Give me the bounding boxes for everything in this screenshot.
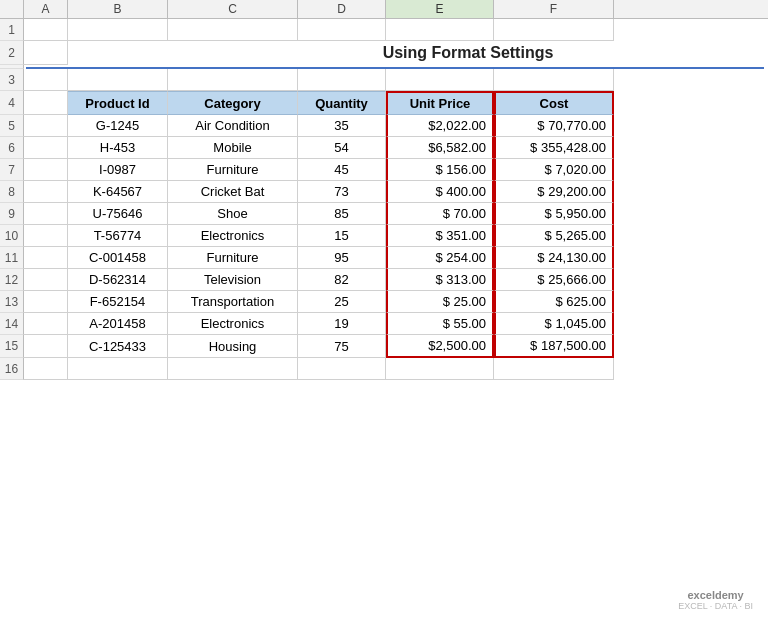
cell-A10[interactable] [24, 225, 68, 247]
cell-product-id-11[interactable]: C-001458 [68, 247, 168, 269]
cell-A6[interactable] [24, 137, 68, 159]
cell-quantity-12[interactable]: 82 [298, 269, 386, 291]
cell-A8[interactable] [24, 181, 68, 203]
cell-C2[interactable] [168, 41, 298, 65]
cell-product-id-10[interactable]: T-56774 [68, 225, 168, 247]
col-header-C[interactable]: C [168, 0, 298, 18]
cell-C3[interactable] [168, 69, 298, 91]
cell-unit-price-9[interactable]: $ 70.00 [386, 203, 494, 225]
cell-quantity-5[interactable]: 35 [298, 115, 386, 137]
cell-category-13[interactable]: Transportation [168, 291, 298, 313]
cell-category-7[interactable]: Furniture [168, 159, 298, 181]
cell-A15[interactable] [24, 335, 68, 358]
cell-quantity-15[interactable]: 75 [298, 335, 386, 358]
cell-E16[interactable] [386, 358, 494, 380]
cell-A13[interactable] [24, 291, 68, 313]
col-header-F[interactable]: F [494, 0, 614, 18]
cell-product-id-6[interactable]: H-453 [68, 137, 168, 159]
cell-D16[interactable] [298, 358, 386, 380]
cell-unit-price-14[interactable]: $ 55.00 [386, 313, 494, 335]
cell-F16[interactable] [494, 358, 614, 380]
cell-A12[interactable] [24, 269, 68, 291]
cell-cost-5[interactable]: $ 70,770.00 [494, 115, 614, 137]
cell-A3[interactable] [24, 69, 68, 91]
cell-E1[interactable] [386, 19, 494, 41]
cell-B1[interactable] [68, 19, 168, 41]
cell-product-id-12[interactable]: D-562314 [68, 269, 168, 291]
cell-category-12[interactable]: Television [168, 269, 298, 291]
cell-cost-12[interactable]: $ 25,666.00 [494, 269, 614, 291]
data-row-12: 12 D-562314 Television 82 $ 313.00 $ 25,… [0, 269, 768, 291]
cell-cost-6[interactable]: $ 355,428.00 [494, 137, 614, 159]
cell-cost-10[interactable]: $ 5,265.00 [494, 225, 614, 247]
cell-quantity-10[interactable]: 15 [298, 225, 386, 247]
cell-category-6[interactable]: Mobile [168, 137, 298, 159]
cell-product-id-7[interactable]: I-0987 [68, 159, 168, 181]
cell-product-id-13[interactable]: F-652154 [68, 291, 168, 313]
row-num-7: 7 [0, 159, 24, 181]
cell-B2[interactable] [68, 41, 168, 65]
cell-C16[interactable] [168, 358, 298, 380]
cell-quantity-11[interactable]: 95 [298, 247, 386, 269]
cell-A4[interactable] [24, 91, 68, 115]
cell-cost-13[interactable]: $ 625.00 [494, 291, 614, 313]
col-header-A[interactable]: A [24, 0, 68, 18]
cell-unit-price-11[interactable]: $ 254.00 [386, 247, 494, 269]
cell-unit-price-13[interactable]: $ 25.00 [386, 291, 494, 313]
col-header-B[interactable]: B [68, 0, 168, 18]
cell-unit-price-12[interactable]: $ 313.00 [386, 269, 494, 291]
cell-unit-price-8[interactable]: $ 400.00 [386, 181, 494, 203]
cell-category-11[interactable]: Furniture [168, 247, 298, 269]
cell-quantity-14[interactable]: 19 [298, 313, 386, 335]
cell-B16[interactable] [68, 358, 168, 380]
cell-category-8[interactable]: Cricket Bat [168, 181, 298, 203]
cell-cost-8[interactable]: $ 29,200.00 [494, 181, 614, 203]
cell-D1[interactable] [298, 19, 386, 41]
cell-product-id-15[interactable]: C-125433 [68, 335, 168, 358]
cell-unit-price-7[interactable]: $ 156.00 [386, 159, 494, 181]
cell-quantity-13[interactable]: 25 [298, 291, 386, 313]
cell-category-10[interactable]: Electronics [168, 225, 298, 247]
cell-product-id-8[interactable]: K-64567 [68, 181, 168, 203]
cell-A16[interactable] [24, 358, 68, 380]
cell-quantity-7[interactable]: 45 [298, 159, 386, 181]
row-num-2: 2 [0, 41, 24, 65]
cell-category-5[interactable]: Air Condition [168, 115, 298, 137]
cell-product-id-5[interactable]: G-1245 [68, 115, 168, 137]
cell-A5[interactable] [24, 115, 68, 137]
cell-F3[interactable] [494, 69, 614, 91]
cell-A11[interactable] [24, 247, 68, 269]
cell-A14[interactable] [24, 313, 68, 335]
cell-E3[interactable] [386, 69, 494, 91]
cell-unit-price-15[interactable]: $2,500.00 [386, 335, 494, 358]
cell-product-id-9[interactable]: U-75646 [68, 203, 168, 225]
cell-cost-7[interactable]: $ 7,020.00 [494, 159, 614, 181]
row-num-11: 11 [0, 247, 24, 269]
cell-cost-14[interactable]: $ 1,045.00 [494, 313, 614, 335]
cell-C1[interactable] [168, 19, 298, 41]
cell-cost-9[interactable]: $ 5,950.00 [494, 203, 614, 225]
cell-cost-11[interactable]: $ 24,130.00 [494, 247, 614, 269]
cell-category-15[interactable]: Housing [168, 335, 298, 358]
cell-quantity-6[interactable]: 54 [298, 137, 386, 159]
col-header-E[interactable]: E [386, 0, 494, 18]
cell-A9[interactable] [24, 203, 68, 225]
cell-quantity-9[interactable]: 85 [298, 203, 386, 225]
cell-B3[interactable] [68, 69, 168, 91]
cell-A7[interactable] [24, 159, 68, 181]
row-1: 1 [0, 19, 768, 41]
cell-A1[interactable] [24, 19, 68, 41]
cell-category-9[interactable]: Shoe [168, 203, 298, 225]
cell-unit-price-5[interactable]: $2,022.00 [386, 115, 494, 137]
cell-A2[interactable] [24, 41, 68, 65]
cell-F1[interactable] [494, 19, 614, 41]
cell-unit-price-10[interactable]: $ 351.00 [386, 225, 494, 247]
col-header-D[interactable]: D [298, 0, 386, 18]
row-num-12: 12 [0, 269, 24, 291]
cell-category-14[interactable]: Electronics [168, 313, 298, 335]
cell-unit-price-6[interactable]: $6,582.00 [386, 137, 494, 159]
cell-cost-15[interactable]: $ 187,500.00 [494, 335, 614, 358]
cell-D3[interactable] [298, 69, 386, 91]
cell-quantity-8[interactable]: 73 [298, 181, 386, 203]
cell-product-id-14[interactable]: A-201458 [68, 313, 168, 335]
